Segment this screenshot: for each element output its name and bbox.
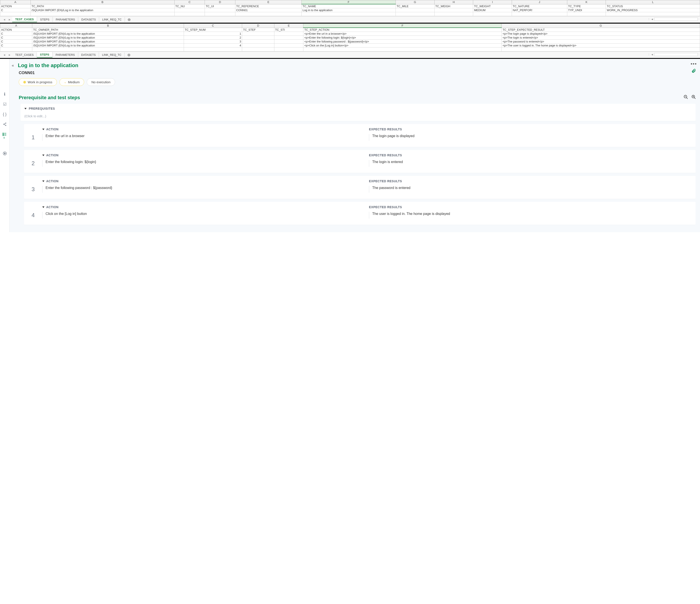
cell[interactable]: <p>The login page is displayed</p> bbox=[502, 32, 700, 36]
cell[interactable]: /SQUASH IMPORT (EN)/Log in to the applic… bbox=[32, 36, 184, 40]
cell[interactable]: ACTION bbox=[0, 4, 31, 8]
action-body[interactable]: Enter the following password : ${passwor… bbox=[42, 186, 365, 193]
col-F[interactable]: F bbox=[302, 0, 396, 4]
header-row[interactable]: ACTION TC_PATH TC_NU TC_UI TC_REFERENCE … bbox=[0, 4, 700, 8]
cell[interactable] bbox=[434, 8, 473, 12]
col-G[interactable]: G bbox=[502, 24, 700, 28]
cell[interactable]: CONN01 bbox=[235, 8, 302, 12]
col-D[interactable]: D bbox=[242, 24, 274, 28]
data-row[interactable]: C/SQUASH IMPORT (EN)/Log in to the appli… bbox=[0, 44, 700, 48]
collapse-triangle-icon[interactable] bbox=[42, 154, 45, 156]
data-row[interactable]: C/SQUASH IMPORT (EN)/Log in to the appli… bbox=[0, 32, 700, 36]
empty-row[interactable] bbox=[0, 12, 700, 16]
prerequisites-card[interactable]: PREREQUISITES (Click to edit...) bbox=[21, 104, 696, 121]
col-B[interactable]: B bbox=[32, 24, 184, 28]
cell[interactable]: TC_OWNER_PATH bbox=[32, 28, 184, 32]
collapse-icon[interactable]: « bbox=[12, 63, 15, 68]
cell[interactable]: TC_STI bbox=[274, 28, 303, 32]
sheet-nav-prev-icon[interactable]: ◄ bbox=[2, 53, 7, 56]
action-body[interactable]: Enter the url in a browser bbox=[42, 134, 365, 141]
tab-datasets[interactable]: DATASETS bbox=[78, 52, 99, 57]
run-icon[interactable] bbox=[2, 151, 7, 156]
cell[interactable]: ACTION bbox=[0, 28, 32, 32]
cell[interactable] bbox=[242, 40, 274, 44]
cell[interactable]: /SQUASH IMPORT (EN)/Log in to the applic… bbox=[30, 8, 174, 12]
collapse-triangle-icon[interactable] bbox=[42, 180, 45, 182]
cell[interactable]: TC_PATH bbox=[30, 4, 174, 8]
cell[interactable]: TC_STEF bbox=[242, 28, 274, 32]
col-C[interactable]: C bbox=[174, 0, 205, 4]
cell[interactable] bbox=[274, 44, 303, 48]
col-F[interactable]: F bbox=[303, 24, 502, 28]
tab-test-cases[interactable]: TEST_CASES bbox=[12, 52, 37, 57]
cell[interactable]: C bbox=[0, 36, 32, 40]
cell[interactable]: C bbox=[0, 40, 32, 44]
expected-body[interactable]: The login is entered bbox=[369, 160, 692, 167]
cell[interactable]: /SQUASH IMPORT (EN)/Log in to the applic… bbox=[32, 32, 184, 36]
expected-body[interactable]: The login page is displayed bbox=[369, 134, 692, 141]
horizontal-scroll[interactable]: ⋮◄ bbox=[648, 18, 698, 21]
cell[interactable]: <p>Enter the url in a browser</p> bbox=[303, 32, 502, 36]
add-sheet-icon[interactable]: ⊕ bbox=[125, 53, 133, 57]
collapse-triangle-icon[interactable] bbox=[42, 129, 45, 130]
cell[interactable]: TC_NAME bbox=[302, 4, 396, 8]
cell[interactable]: C bbox=[0, 44, 32, 48]
step-card[interactable]: ACTION EXPECTED RESULTS 1 Enter the url … bbox=[24, 124, 696, 147]
cell[interactable]: TYP_UNDI bbox=[567, 8, 606, 12]
cell[interactable]: C bbox=[0, 32, 32, 36]
share-icon[interactable] bbox=[2, 122, 7, 127]
sheet-nav-next-icon[interactable]: ► bbox=[7, 18, 12, 21]
expected-body[interactable]: The user is logged in. The home page is … bbox=[369, 212, 692, 219]
cell[interactable] bbox=[174, 8, 205, 12]
zoom-in-icon[interactable] bbox=[691, 95, 696, 101]
grid-testcases[interactable]: A B C D E F G H I J K L ACTION TC_PATH T… bbox=[0, 0, 700, 16]
cell[interactable]: 4 bbox=[184, 44, 242, 48]
col-J[interactable]: J bbox=[512, 0, 567, 4]
cell[interactable] bbox=[242, 44, 274, 48]
step-card[interactable]: ACTION EXPECTED RESULTS 2 Enter the foll… bbox=[24, 150, 696, 173]
steps-list-icon[interactable]: 123 4 bbox=[2, 132, 7, 137]
cell[interactable]: TC_REFERENCE bbox=[235, 4, 302, 8]
priority-chip[interactable]: ⌄ Medium bbox=[59, 78, 84, 86]
cell[interactable]: <p>The password is entered</p> bbox=[502, 40, 700, 44]
tab-steps[interactable]: STEPS bbox=[37, 17, 53, 22]
col-E[interactable]: E bbox=[235, 0, 302, 4]
col-B[interactable]: B bbox=[30, 0, 174, 4]
more-actions-icon[interactable]: ••• bbox=[691, 61, 697, 67]
data-row[interactable]: C/SQUASH IMPORT (EN)/Log in to the appli… bbox=[0, 36, 700, 40]
tab-link-req-tc[interactable]: LINK_REQ_TC bbox=[99, 52, 125, 57]
cell[interactable]: TC_STATUS bbox=[606, 4, 700, 8]
cell[interactable] bbox=[242, 32, 274, 36]
tab-test-cases[interactable]: TEST_CASES bbox=[12, 17, 37, 22]
execution-chip[interactable]: No execution bbox=[87, 78, 115, 86]
col-D[interactable]: D bbox=[205, 0, 235, 4]
tab-datasets[interactable]: DATASETS bbox=[78, 17, 99, 22]
cell[interactable]: TC_WEIGHT bbox=[473, 4, 512, 8]
cell[interactable]: TC_UI bbox=[205, 4, 235, 8]
data-row[interactable]: C /SQUASH IMPORT (EN)/Log in to the appl… bbox=[0, 8, 700, 12]
cell[interactable]: TC_STEP_EXPECTED_RESULT bbox=[502, 28, 700, 32]
action-body[interactable]: Click on the [Log in] button bbox=[42, 212, 365, 219]
cell[interactable]: 1 bbox=[184, 32, 242, 36]
info-icon[interactable]: ℹ bbox=[2, 92, 7, 97]
prerequisites-placeholder[interactable]: (Click to edit...) bbox=[24, 114, 692, 118]
cell[interactable]: /SQUASH IMPORT (EN)/Log in to the applic… bbox=[32, 44, 184, 48]
cell[interactable]: 2 bbox=[184, 36, 242, 40]
cell[interactable]: TC_NATURE bbox=[512, 4, 567, 8]
tab-steps[interactable]: STEPS bbox=[37, 52, 52, 57]
cell[interactable] bbox=[274, 40, 303, 44]
zoom-out-icon[interactable] bbox=[683, 95, 688, 101]
cell[interactable]: /SQUASH IMPORT (EN)/Log in to the applic… bbox=[32, 40, 184, 44]
grid-steps[interactable]: A B C D E F G ACTION TC_OWNER_PATH TC_ST… bbox=[0, 24, 700, 51]
col-K[interactable]: K bbox=[567, 0, 606, 4]
col-L[interactable]: L bbox=[606, 0, 700, 4]
col-E[interactable]: E bbox=[274, 24, 303, 28]
tab-parameters[interactable]: PARAMETERS bbox=[53, 17, 78, 22]
col-A[interactable]: A bbox=[0, 0, 31, 4]
cell[interactable]: TC_NU bbox=[174, 4, 205, 8]
col-G[interactable]: G bbox=[396, 0, 434, 4]
tab-parameters[interactable]: PARAMETERS bbox=[52, 52, 78, 57]
step-card[interactable]: ACTION EXPECTED RESULTS 3 Enter the foll… bbox=[24, 176, 696, 199]
cell[interactable]: Log in to the application bbox=[302, 8, 396, 12]
cell[interactable] bbox=[274, 36, 303, 40]
